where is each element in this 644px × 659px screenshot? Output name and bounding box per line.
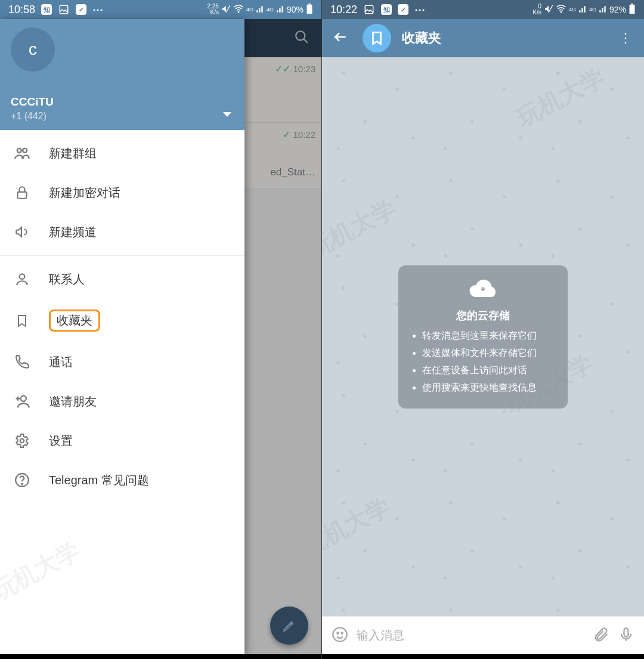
status-more-icon: [414, 3, 425, 16]
attach-icon[interactable]: [593, 626, 609, 645]
avatar-initial: c: [29, 40, 37, 59]
phone-icon: [13, 353, 31, 371]
menu-new-secret-chat[interactable]: 新建加密对话: [0, 173, 244, 212]
read-check-icon: ✓: [283, 129, 290, 140]
svg-point-12: [20, 439, 24, 443]
screenshot-drawer: 10:58 知 ✓ 2.25K/s 4G 4G 90%: [0, 0, 322, 659]
svg-rect-3: [307, 4, 312, 13]
cloud-storage-card: 您的云存储 转发消息到这里来保存它们 发送媒体和文件来存储它们 在任意设备上访问…: [398, 265, 568, 409]
saved-avatar[interactable]: [363, 24, 391, 52]
net-4g-2: 4G: [589, 7, 596, 13]
chat-header: 收藏夹 ⋮: [322, 19, 644, 57]
svg-point-23: [341, 632, 342, 633]
menu-label: 邀请朋友: [49, 394, 97, 410]
svg-point-22: [337, 632, 338, 633]
svg-point-17: [561, 11, 562, 13]
battery-icon: [628, 4, 636, 16]
menu-new-group[interactable]: 新建群组: [0, 134, 244, 173]
signal-icon-1: [578, 5, 587, 15]
menu-label: 联系人: [49, 271, 85, 287]
chat-time: 10:22: [293, 129, 315, 140]
menu-calls[interactable]: 通话: [0, 342, 244, 382]
image-icon: [363, 4, 375, 16]
net-4g-1: 4G: [246, 7, 253, 13]
svg-line-16: [549, 5, 553, 13]
chat-row-1[interactable]: ✓✓10:23: [244, 57, 321, 123]
svg-line-6: [304, 39, 308, 43]
drawer-menu: 新建群组 新建加密对话 新建频道 联系人: [0, 130, 244, 654]
lock-icon: [13, 184, 31, 202]
cloud-tips-list: 转发消息到这里来保存它们 发送媒体和文件来存储它们 在任意设备上访问此对话 使用…: [409, 330, 557, 394]
cloud-heading: 您的云存储: [409, 308, 557, 323]
gear-icon: [13, 432, 31, 450]
status-left: 10:58 知 ✓: [8, 3, 103, 16]
menu-label: 收藏夹: [57, 314, 92, 327]
net-speed: 2.25K/s: [207, 4, 218, 16]
svg-rect-24: [624, 628, 628, 636]
app-header-search: [244, 19, 321, 57]
chat-row-2[interactable]: ✓10:22 ed_Stat…: [244, 123, 321, 188]
status-time: 10:22: [330, 4, 357, 16]
menu-settings[interactable]: 设置: [0, 421, 244, 460]
person-icon: [13, 270, 31, 288]
svg-rect-0: [60, 5, 68, 14]
cloud-icon: [409, 277, 557, 302]
status-time: 10:58: [8, 4, 35, 16]
drawer-header[interactable]: c CCCiTU +1 (442): [0, 19, 244, 130]
compose-fab[interactable]: [270, 607, 308, 645]
chat-title[interactable]: 收藏夹: [402, 29, 603, 47]
menu-contacts[interactable]: 联系人: [0, 259, 244, 299]
wifi-icon: [233, 4, 244, 16]
menu-label: 通话: [49, 354, 73, 370]
highlight-saved: 收藏夹: [49, 310, 100, 332]
menu-invite[interactable]: 邀请朋友: [0, 382, 244, 421]
svg-point-5: [296, 31, 305, 40]
net-speed: 0K/s: [532, 4, 541, 16]
battery-pct: 90%: [287, 5, 304, 14]
menu-label: 新建频道: [49, 224, 97, 240]
cloud-tip: 在任意设备上访问此对话: [413, 364, 557, 377]
signal-icon-2: [276, 5, 284, 15]
android-nav-bar: [322, 654, 644, 659]
account-phone: +1 (442): [11, 111, 234, 122]
svg-rect-15: [365, 5, 373, 14]
expand-accounts-icon[interactable]: [223, 112, 231, 117]
emoji-icon[interactable]: [332, 626, 348, 645]
mic-icon[interactable]: [618, 626, 634, 645]
svg-point-10: [20, 274, 25, 279]
status-bar-left: 10:58 知 ✓ 2.25K/s 4G 4G 90%: [0, 0, 321, 19]
add-person-icon: [13, 392, 31, 410]
cloud-tip: 使用搜索来更快地查找信息: [413, 382, 557, 394]
svg-point-11: [21, 396, 26, 401]
account-name: CCCiTU: [11, 95, 234, 109]
back-button[interactable]: [329, 26, 352, 51]
battery-pct: 92%: [609, 5, 626, 14]
svg-point-21: [333, 627, 346, 641]
app-icon-zhi: 知: [381, 4, 392, 15]
message-input[interactable]: 输入消息: [357, 627, 584, 643]
app-icon-zhi: 知: [41, 4, 52, 15]
cloud-tip: 发送媒体和文件来存储它们: [413, 347, 557, 360]
menu-label: 设置: [49, 433, 73, 449]
svg-rect-9: [17, 192, 26, 199]
menu-new-channel[interactable]: 新建频道: [0, 212, 244, 252]
menu-faq[interactable]: Telegram 常见问题: [0, 460, 244, 500]
svg-line-1: [226, 5, 230, 13]
menu-saved-messages[interactable]: 收藏夹: [0, 299, 244, 342]
more-menu-icon[interactable]: ⋮: [614, 27, 637, 49]
svg-rect-4: [308, 4, 311, 5]
signal-icon-1: [256, 5, 264, 15]
net-4g-1: 4G: [569, 7, 576, 13]
message-input-bar: 输入消息: [322, 616, 644, 654]
app-icon-check: ✓: [398, 4, 408, 15]
screenshot-saved-messages: 10:22 知 ✓ 0K/s 4G 4G 92%: [322, 0, 644, 659]
help-icon: [13, 471, 31, 489]
svg-rect-19: [631, 4, 633, 5]
chat-body[interactable]: 玩机大学 玩机大学 玩机大学 玩机大学 您的云存储 转发消息到这里来保存它们 发…: [322, 57, 644, 616]
cloud-tip: 转发消息到这里来保存它们: [413, 330, 557, 342]
megaphone-icon: [13, 223, 31, 241]
avatar[interactable]: c: [11, 27, 55, 72]
svg-rect-18: [630, 4, 635, 13]
search-icon[interactable]: [294, 29, 309, 47]
svg-point-7: [17, 148, 21, 153]
